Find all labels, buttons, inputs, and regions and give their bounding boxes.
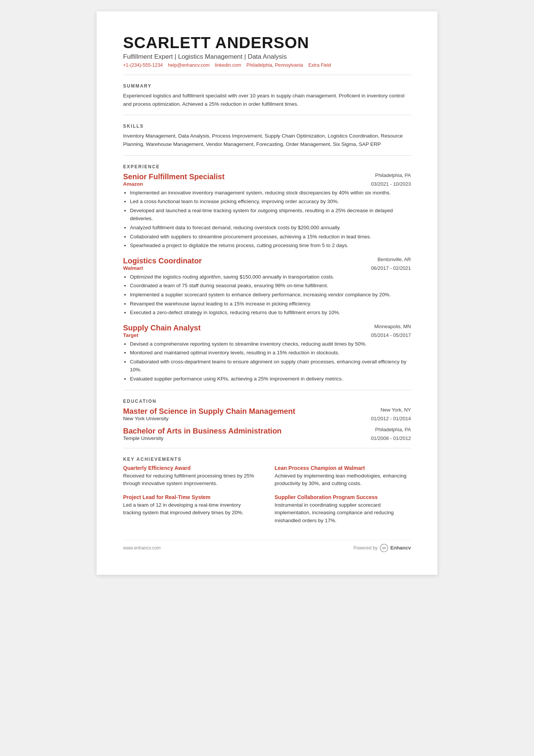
enhancv-logo-icon: [380, 544, 388, 552]
skills-text: Inventory Management, Data Analysis, Pro…: [123, 132, 411, 148]
job-1-subheader: Amazon 03/2021 - 10/2023: [123, 181, 411, 187]
job-2-title: Logistics Coordinator: [123, 257, 202, 265]
footer: www.enhancv.com Powered by Enhancv: [123, 540, 411, 552]
achievements-label: KEY ACHIEVEMENTS: [123, 457, 411, 462]
degree-2-location: Philadelphia, PA: [375, 427, 411, 432]
job-1: Senior Fulfillment Specialist Philadelph…: [123, 172, 411, 250]
bullet-item: Devised a comprehensive reporting system…: [130, 340, 411, 348]
achievement-2-text: Achieved by implementing lean methodolog…: [275, 472, 411, 488]
job-3-bullets: Devised a comprehensive reporting system…: [130, 340, 411, 383]
achievement-1-title: Quarterly Efficiency Award: [123, 465, 259, 471]
resume-page: SCARLETT ANDERSON Fulfillment Expert | L…: [97, 11, 437, 575]
location: Philadelphia, Pennsylvania: [247, 63, 303, 68]
job-1-company: Amazon: [123, 181, 143, 187]
job-1-title: Senior Fulfillment Specialist: [123, 172, 225, 181]
job-3-subheader: Target 05/2014 - 05/2017: [123, 332, 411, 338]
achievement-1-text: Received for reducing fulfillment proces…: [123, 472, 259, 488]
summary-text: Experienced logistics and fulfillment sp…: [123, 92, 411, 108]
skills-divider: [123, 155, 411, 156]
bullet-item: Spearheaded a project to digitalize the …: [130, 241, 411, 250]
education-section: EDUCATION Master of Science in Supply Ch…: [123, 399, 411, 441]
phone: +1-(234)-555-1234: [123, 63, 163, 68]
achievement-3-text: Led a team of 12 in developing a real-ti…: [123, 501, 259, 517]
achievement-2: Lean Process Champion at Walmart Achieve…: [275, 465, 411, 488]
experience-divider: [123, 390, 411, 390]
degree-2-subheader: Temple University 01/2008 - 01/2012: [123, 435, 411, 441]
achievement-3-title: Project Lead for Real-Time System: [123, 494, 259, 500]
job-2-header: Logistics Coordinator Bentonville, AR: [123, 257, 411, 265]
summary-divider: [123, 115, 411, 115]
achievement-4-title: Supplier Collaboration Program Success: [275, 494, 411, 500]
education-label: EDUCATION: [123, 399, 411, 404]
job-2-company: Walmart: [123, 265, 143, 271]
experience-label: EXPERIENCE: [123, 164, 411, 169]
bullet-item: Monitored and maintained optimal invento…: [130, 349, 411, 357]
job-3: Supply Chain Analyst Minneapolis, MN Tar…: [123, 324, 411, 383]
degree-1-header: Master of Science in Supply Chain Manage…: [123, 407, 411, 416]
achievement-4-text: Instrumental in coordinating supplier sc…: [275, 501, 411, 524]
summary-label: SUMMARY: [123, 83, 411, 89]
achievements-grid: Quarterly Efficiency Award Received for …: [123, 465, 411, 524]
bullet-item: Revamped the warehouse layout leading to…: [130, 300, 411, 308]
footer-powered: Powered by Enhancv: [353, 544, 411, 552]
degree-2-header: Bachelor of Arts in Business Administrat…: [123, 427, 411, 435]
job-1-location: Philadelphia, PA: [375, 172, 411, 178]
degree-1-location: New York, NY: [381, 407, 411, 413]
job-2-date: 06/2017 - 02/2021: [371, 265, 411, 271]
skills-section: SKILLS Inventory Management, Data Analys…: [123, 124, 411, 148]
bullet-item: Implemented a supplier scorecard system …: [130, 291, 411, 299]
degree-2-title: Bachelor of Arts in Business Administrat…: [123, 427, 282, 435]
skills-label: SKILLS: [123, 124, 411, 129]
email[interactable]: help@enhancv.com: [168, 63, 210, 68]
job-3-company: Target: [123, 332, 138, 338]
achievement-2-title: Lean Process Champion at Walmart: [275, 465, 411, 471]
experience-section: EXPERIENCE Senior Fulfillment Specialist…: [123, 164, 411, 383]
contact-bar: +1-(234)-555-1234 help@enhancv.com linke…: [123, 63, 411, 68]
svg-point-0: [380, 544, 388, 552]
bullet-item: Led a cross-functional team to increase …: [130, 197, 411, 206]
job-3-location: Minneapolis, MN: [374, 324, 411, 329]
bullet-item: Optimized the logistics routing algorith…: [130, 273, 411, 281]
degree-1-title: Master of Science in Supply Chain Manage…: [123, 407, 295, 416]
achievement-4: Supplier Collaboration Program Success I…: [275, 494, 411, 524]
degree-2: Bachelor of Arts in Business Administrat…: [123, 427, 411, 441]
job-1-date: 03/2021 - 10/2023: [371, 181, 411, 187]
bullet-item: Analyzed fulfillment data to forecast de…: [130, 224, 411, 232]
job-2-bullets: Optimized the logistics routing algorith…: [130, 273, 411, 317]
bullet-item: Executed a zero-defect strategy in logis…: [130, 308, 411, 317]
bullet-item: Coordinated a team of 75 staff during se…: [130, 282, 411, 290]
bullet-item: Evaluated supplier performance using KPI…: [130, 375, 411, 383]
job-3-header: Supply Chain Analyst Minneapolis, MN: [123, 324, 411, 332]
footer-url: www.enhancv.com: [123, 545, 161, 551]
degree-1-subheader: New York University 01/2012 - 01/2014: [123, 416, 411, 421]
powered-by-text: Powered by: [353, 545, 377, 551]
extra-field: Extra Field: [308, 63, 331, 68]
bullet-item: Implemented an innovative inventory mana…: [130, 189, 411, 197]
job-3-title: Supply Chain Analyst: [123, 324, 201, 332]
bullet-item: Collaborated with suppliers to streamlin…: [130, 233, 411, 241]
brand-name: Enhancv: [390, 545, 411, 551]
achievements-section: KEY ACHIEVEMENTS Quarterly Efficiency Aw…: [123, 457, 411, 524]
job-1-header: Senior Fulfillment Specialist Philadelph…: [123, 172, 411, 181]
achievement-3: Project Lead for Real-Time System Led a …: [123, 494, 259, 524]
candidate-name: SCARLETT ANDERSON: [123, 34, 411, 52]
achievement-1: Quarterly Efficiency Award Received for …: [123, 465, 259, 488]
header-section: SCARLETT ANDERSON Fulfillment Expert | L…: [123, 34, 411, 68]
job-3-date: 05/2014 - 05/2017: [371, 332, 411, 338]
degree-1: Master of Science in Supply Chain Manage…: [123, 407, 411, 421]
summary-section: SUMMARY Experienced logistics and fulfil…: [123, 83, 411, 108]
degree-1-date: 01/2012 - 01/2014: [371, 416, 411, 421]
bullet-item: Collaborated with cross-department teams…: [130, 358, 411, 374]
job-2-location: Bentonville, AR: [378, 257, 411, 262]
job-1-bullets: Implemented an innovative inventory mana…: [130, 189, 411, 250]
job-2: Logistics Coordinator Bentonville, AR Wa…: [123, 257, 411, 317]
header-divider: [123, 75, 411, 75]
bullet-item: Developed and launched a real-time track…: [130, 207, 411, 223]
linkedin[interactable]: linkedin.com: [215, 63, 241, 68]
candidate-title: Fulfillment Expert | Logistics Managemen…: [123, 53, 411, 61]
education-divider: [123, 448, 411, 448]
degree-2-school: Temple University: [123, 435, 164, 441]
degree-1-school: New York University: [123, 416, 169, 421]
degree-2-date: 01/2008 - 01/2012: [371, 435, 411, 441]
job-2-subheader: Walmart 06/2017 - 02/2021: [123, 265, 411, 271]
